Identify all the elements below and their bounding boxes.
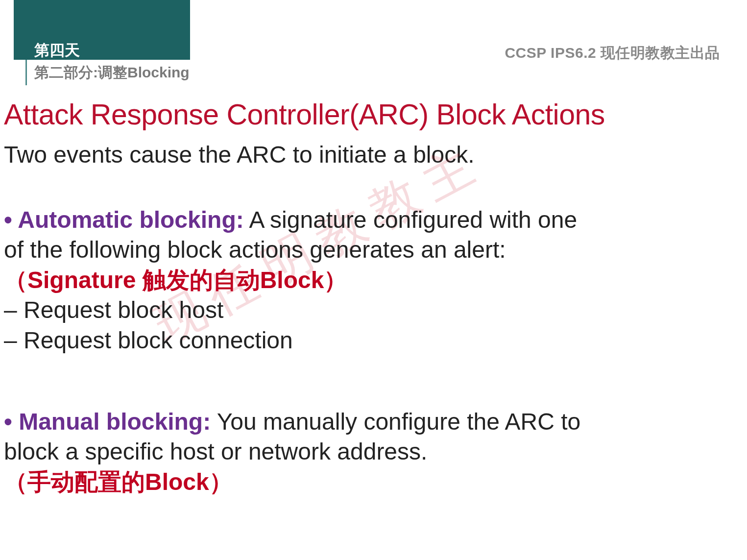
- auto-desc-line2: of the following block actions generates…: [4, 237, 506, 263]
- auto-note: （Signature 触发的自动Block）: [4, 267, 347, 293]
- day-label: 第四天: [34, 40, 80, 61]
- header-vertical-divider: [25, 60, 27, 85]
- slide-intro: Two events cause the ARC to initiate a b…: [4, 141, 475, 168]
- section-label: 第二部分:调整Blocking: [34, 63, 190, 83]
- manual-blocking-section: • Manual blocking: You manually configur…: [4, 407, 739, 497]
- slide-title: Attack Response Controller(ARC) Block Ac…: [4, 98, 605, 131]
- auto-bullet-label: • Automatic blocking:: [4, 207, 244, 233]
- manual-desc-line1: You manually configure the ARC to: [211, 409, 580, 435]
- auto-item-2: – Request block connection: [4, 327, 293, 353]
- header-right-label: CCSP IPS6.2 现任明教教主出品: [505, 43, 720, 63]
- manual-note: （手动配置的Block）: [4, 469, 233, 495]
- manual-desc-line2: block a specific host or network address…: [4, 438, 427, 464]
- auto-desc-line1: A signature configured with one: [244, 207, 577, 233]
- auto-item-1: – Request block host: [4, 297, 223, 323]
- manual-bullet-label: • Manual blocking:: [4, 409, 211, 435]
- automatic-blocking-section: • Automatic blocking: A signature config…: [4, 205, 739, 355]
